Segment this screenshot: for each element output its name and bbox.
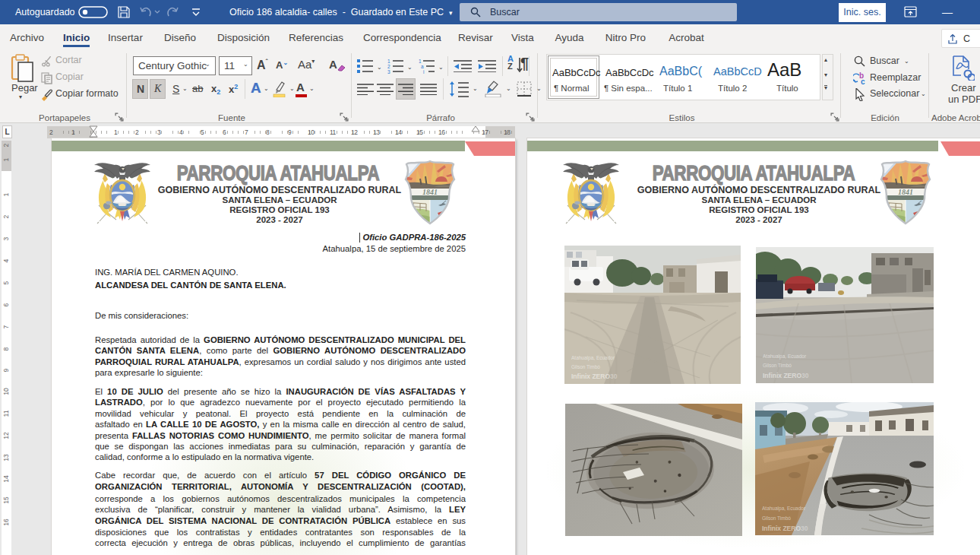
- svg-text:Infinix ZERO30: Infinix ZERO30: [571, 373, 618, 380]
- svg-text:Infinix ZERO30: Infinix ZERO30: [763, 372, 809, 379]
- svg-text:Gilson Timbó: Gilson Timbó: [762, 515, 791, 521]
- svg-text:Atahualpa, Ecuador: Atahualpa, Ecuador: [571, 355, 615, 361]
- svg-text:2: 2: [387, 64, 390, 69]
- svg-text:i: i: [423, 69, 424, 74]
- svg-text:1: 1: [387, 59, 390, 64]
- svg-text:Atahualpa, Ecuador: Atahualpa, Ecuador: [763, 354, 807, 360]
- svg-text:Atahualpa, Ecuador: Atahualpa, Ecuador: [762, 506, 806, 512]
- svg-text:1: 1: [419, 59, 422, 64]
- svg-text:a: a: [421, 64, 424, 69]
- svg-text:Gilson Timbó: Gilson Timbó: [571, 364, 600, 369]
- svg-text:Infinix ZERO30: Infinix ZERO30: [762, 525, 808, 532]
- svg-text:1841: 1841: [422, 188, 438, 196]
- svg-text:c: c: [861, 78, 865, 85]
- svg-text:1841: 1841: [898, 188, 913, 196]
- svg-text:3: 3: [387, 69, 390, 74]
- svg-text:Gilson Timbó: Gilson Timbó: [763, 363, 792, 368]
